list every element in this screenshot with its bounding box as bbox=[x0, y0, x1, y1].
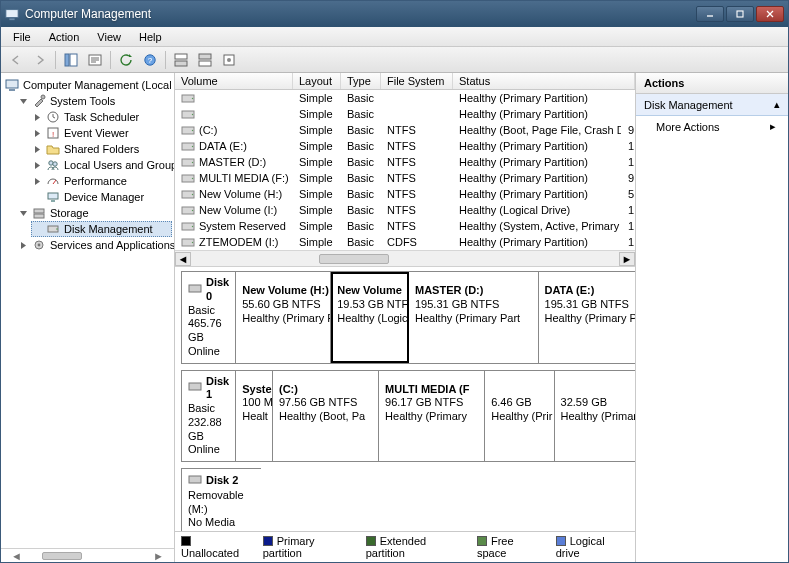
volume-row[interactable]: (C:)SimpleBasicNTFSHealthy (Boot, Page F… bbox=[175, 122, 635, 138]
volume-row[interactable]: DATA (E:)SimpleBasicNTFSHealthy (Primary… bbox=[175, 138, 635, 154]
disk-row: Disk 0Basic465.76 GBOnlineNew Volume (H:… bbox=[181, 271, 629, 364]
menu-view[interactable]: View bbox=[89, 29, 129, 45]
volume-name: New Volume (H:) bbox=[199, 188, 282, 200]
volume-list-scrollbar[interactable]: ◄► bbox=[175, 250, 635, 266]
tree-performance[interactable]: Performance bbox=[31, 173, 172, 189]
expand-icon[interactable] bbox=[19, 241, 28, 250]
maximize-button[interactable] bbox=[726, 6, 754, 22]
volume-row[interactable]: SimpleBasicHealthy (Primary Partition) bbox=[175, 90, 635, 106]
volume-icon bbox=[181, 124, 195, 136]
volume-fs: CDFS bbox=[381, 234, 453, 250]
volume-name: New Volume (I:) bbox=[199, 204, 277, 216]
view-top-button[interactable] bbox=[170, 50, 192, 70]
column-filesystem[interactable]: File System bbox=[381, 73, 453, 89]
disk-status: Online bbox=[188, 345, 229, 359]
tree-task-scheduler[interactable]: Task Scheduler bbox=[31, 109, 172, 125]
partition[interactable]: MULTI MEDIA (F96.17 GB NTFSHealthy (Prim… bbox=[379, 371, 485, 462]
partition[interactable]: DATA (E:)195.31 GB NTFSHealthy (Primary … bbox=[539, 272, 635, 363]
disk-info[interactable]: Disk 0Basic465.76 GBOnline bbox=[181, 271, 235, 364]
svg-point-22 bbox=[41, 95, 45, 99]
actions-group-disk-management[interactable]: Disk Management ▴ bbox=[636, 94, 788, 116]
svg-text:?: ? bbox=[148, 56, 153, 65]
volume-layout: Simple bbox=[293, 90, 341, 106]
tree-services[interactable]: Services and Applications bbox=[17, 237, 172, 253]
partition[interactable]: 6.46 GBHealthy (Prir bbox=[485, 371, 554, 462]
folder-share-icon bbox=[46, 142, 60, 156]
partition[interactable]: MASTER (D:)195.31 GB NTFSHealthy (Primar… bbox=[409, 272, 539, 363]
partition-size: 195.31 GB NTFS bbox=[415, 298, 532, 312]
collapse-icon[interactable] bbox=[19, 209, 28, 218]
volume-row[interactable]: MULTI MEDIA (F:)SimpleBasicNTFSHealthy (… bbox=[175, 170, 635, 186]
menu-action[interactable]: Action bbox=[41, 29, 88, 45]
refresh-button[interactable] bbox=[115, 50, 137, 70]
expand-icon[interactable] bbox=[33, 177, 42, 186]
volume-icon bbox=[181, 140, 195, 152]
disk-info[interactable]: Disk 1Basic232.88 GBOnline bbox=[181, 370, 235, 463]
legend-item: Logical drive bbox=[556, 535, 629, 559]
tree-horizontal-scrollbar[interactable]: ◄► bbox=[1, 548, 174, 562]
settings-button[interactable] bbox=[218, 50, 240, 70]
svg-point-44 bbox=[192, 146, 193, 147]
properties-button[interactable] bbox=[84, 50, 106, 70]
partition[interactable]: New Volume19.53 GB NTFSHealthy (Logic bbox=[331, 272, 409, 363]
legend-item: Free space bbox=[477, 535, 544, 559]
partition[interactable]: (C:)97.56 GB NTFSHealthy (Boot, Pa bbox=[273, 371, 379, 462]
svg-rect-57 bbox=[189, 285, 201, 292]
tree-local-users[interactable]: Local Users and Groups bbox=[31, 157, 172, 173]
tree-shared-folders[interactable]: Shared Folders bbox=[31, 141, 172, 157]
volume-row[interactable]: New Volume (I:)SimpleBasicNTFSHealthy (L… bbox=[175, 202, 635, 218]
expand-icon[interactable] bbox=[33, 161, 42, 170]
partition-status: Healthy (Logic bbox=[337, 312, 402, 326]
minimize-button[interactable] bbox=[696, 6, 724, 22]
show-hide-tree-button[interactable] bbox=[60, 50, 82, 70]
partition-title bbox=[491, 383, 547, 397]
collapse-icon[interactable] bbox=[19, 97, 28, 106]
expand-icon[interactable] bbox=[33, 145, 42, 154]
partition[interactable]: Syste100 MHealt bbox=[236, 371, 273, 462]
volume-icon bbox=[181, 156, 195, 168]
volume-status: Healthy (Primary Partition) bbox=[453, 186, 622, 202]
svg-rect-7 bbox=[70, 54, 77, 66]
actions-item-more-actions[interactable]: More Actions ▸ bbox=[636, 116, 788, 137]
column-type[interactable]: Type bbox=[341, 73, 381, 89]
partition[interactable]: 32.59 GBHealthy (Primary bbox=[555, 371, 635, 462]
column-status[interactable]: Status bbox=[453, 73, 635, 89]
svg-point-40 bbox=[192, 114, 193, 115]
expand-icon[interactable] bbox=[33, 113, 42, 122]
volume-icon bbox=[181, 108, 195, 120]
volume-trailing: 1 bbox=[622, 218, 635, 234]
column-volume[interactable]: Volume bbox=[175, 73, 293, 89]
volume-row[interactable]: SimpleBasicHealthy (Primary Partition) bbox=[175, 106, 635, 122]
tree-storage[interactable]: Storage bbox=[17, 205, 172, 221]
menu-help[interactable]: Help bbox=[131, 29, 170, 45]
help-button[interactable]: ? bbox=[139, 50, 161, 70]
tree-disk-management[interactable]: Disk Management bbox=[31, 221, 172, 237]
column-layout[interactable]: Layout bbox=[293, 73, 341, 89]
legend: UnallocatedPrimary partitionExtended par… bbox=[175, 531, 635, 562]
menu-file[interactable]: File bbox=[5, 29, 39, 45]
svg-rect-58 bbox=[189, 383, 201, 390]
tree-device-manager[interactable]: Device Manager bbox=[31, 189, 172, 205]
title-bar: Computer Management bbox=[1, 1, 788, 27]
volume-row[interactable]: MASTER (D:)SimpleBasicNTFSHealthy (Prima… bbox=[175, 154, 635, 170]
volume-type: Basic bbox=[341, 122, 381, 138]
navigation-tree[interactable]: Computer Management (Local System Tools … bbox=[1, 73, 174, 548]
tree-node-label: Storage bbox=[50, 207, 89, 219]
disk-info[interactable]: Disk 2Removable (M:)No Media bbox=[181, 468, 261, 531]
volume-row[interactable]: New Volume (H:)SimpleBasicNTFSHealthy (P… bbox=[175, 186, 635, 202]
tree-root[interactable]: Computer Management (Local bbox=[3, 77, 172, 93]
partition-size: 195.31 GB NTFS bbox=[545, 298, 635, 312]
toolbar: ? bbox=[1, 47, 788, 73]
close-button[interactable] bbox=[756, 6, 784, 22]
tree-event-viewer[interactable]: !Event Viewer bbox=[31, 125, 172, 141]
volume-row[interactable]: System ReservedSimpleBasicNTFSHealthy (S… bbox=[175, 218, 635, 234]
partition[interactable]: New Volume (H:)55.60 GB NTFSHealthy (Pri… bbox=[236, 272, 331, 363]
computer-icon bbox=[5, 78, 19, 92]
volume-layout: Simple bbox=[293, 122, 341, 138]
volume-row[interactable]: ZTEMODEM (I:)SimpleBasicCDFSHealthy (Pri… bbox=[175, 234, 635, 250]
disk-icon bbox=[188, 380, 202, 396]
view-bottom-button[interactable] bbox=[194, 50, 216, 70]
tree-node-label: Services and Applications bbox=[50, 239, 174, 251]
tree-system-tools[interactable]: System Tools bbox=[17, 93, 172, 109]
expand-icon[interactable] bbox=[33, 129, 42, 138]
